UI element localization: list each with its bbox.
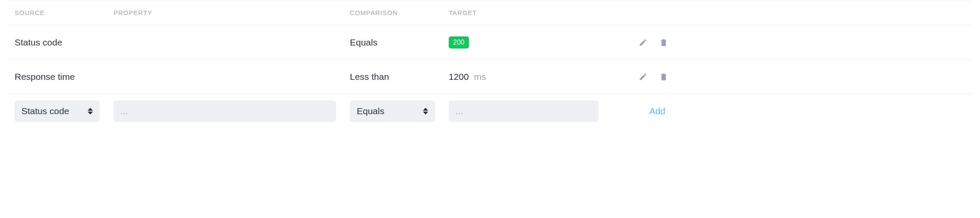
source-select-cell: Status code xyxy=(15,100,113,122)
edit-icon[interactable] xyxy=(639,38,647,47)
source-select[interactable]: Status code xyxy=(15,100,100,122)
header-property: PROPERTY xyxy=(113,9,350,16)
edit-icon[interactable] xyxy=(639,73,647,81)
cell-target: 1200ms xyxy=(449,72,612,82)
status-badge: 200 xyxy=(449,36,469,48)
property-input-cell xyxy=(113,100,350,122)
property-input[interactable] xyxy=(113,100,336,122)
chevron-updown-icon xyxy=(88,107,94,115)
target-input[interactable] xyxy=(449,100,598,122)
table-header-row: SOURCE PROPERTY COMPARISON TARGET xyxy=(9,0,971,25)
source-select-value: Status code xyxy=(21,106,69,116)
target-value: 1200 xyxy=(449,72,469,82)
add-row: Status code Equals Add xyxy=(9,94,971,128)
chevron-updown-icon xyxy=(423,107,429,115)
cell-comparison: Equals xyxy=(350,37,449,48)
comparison-select[interactable]: Equals xyxy=(350,100,435,122)
cell-actions xyxy=(612,73,668,81)
target-input-cell xyxy=(449,100,612,122)
delete-icon[interactable] xyxy=(659,73,668,81)
table-row: Response time Less than 1200ms xyxy=(9,59,971,94)
delete-icon[interactable] xyxy=(659,38,668,47)
assertions-table: SOURCE PROPERTY COMPARISON TARGET Status… xyxy=(9,0,971,128)
comparison-select-cell: Equals xyxy=(350,100,449,122)
cell-comparison: Less than xyxy=(350,72,449,82)
header-comparison: COMPARISON xyxy=(350,9,449,16)
header-target: TARGET xyxy=(449,9,612,16)
add-button[interactable]: Add xyxy=(612,106,668,116)
target-unit: ms xyxy=(474,72,486,82)
cell-actions xyxy=(612,38,668,47)
header-source: SOURCE xyxy=(15,9,113,16)
cell-source: Response time xyxy=(15,72,113,82)
cell-source: Status code xyxy=(15,37,113,48)
comparison-select-value: Equals xyxy=(357,106,384,116)
cell-target: 200 xyxy=(449,36,612,48)
table-row: Status code Equals 200 xyxy=(9,25,971,59)
